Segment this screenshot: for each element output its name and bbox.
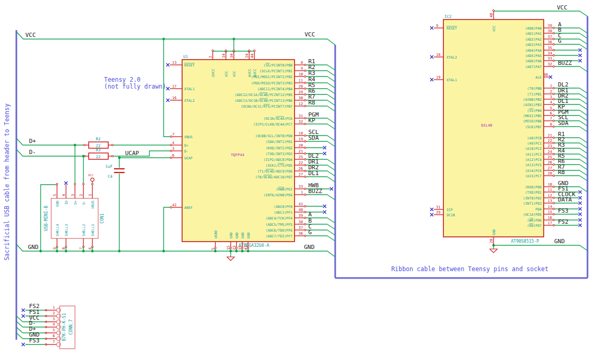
- svg-text:18: 18: [436, 53, 440, 57]
- usb-ref: CON1: [100, 213, 105, 223]
- svg-text:31: 31: [299, 114, 303, 118]
- svg-text:BUZZ: BUZZ: [558, 60, 572, 66]
- svg-text:GND: GND: [55, 200, 60, 207]
- svg-text:34: 34: [230, 54, 234, 58]
- svg-text:5: 5: [53, 194, 57, 196]
- gnd-symbol-u1: [227, 257, 234, 261]
- svg-text:30: 30: [299, 96, 303, 100]
- vcc-label-u1: VCC: [305, 31, 315, 38]
- svg-text:5: 5: [550, 106, 552, 110]
- svg-text:VBUS: VBUS: [184, 135, 193, 139]
- svg-text:21: 21: [299, 149, 303, 154]
- svg-text:(OC3A/OC4A)PC6: (OC3A/OC4A)PC6: [263, 117, 292, 121]
- svg-text:11: 11: [548, 188, 552, 192]
- svg-text:39: 39: [548, 24, 552, 28]
- ic2-ref: IC2: [444, 14, 452, 19]
- svg-text:SHELL3: SHELL3: [64, 224, 69, 236]
- svg-text:(ADC1)PF1: (ADC1)PF1: [274, 210, 292, 215]
- svg-text:33: 33: [299, 185, 303, 189]
- svg-text:(AD4)PA4: (AD4)PA4: [525, 49, 542, 53]
- svg-text:(INT6/AIN0)PE6: (INT6/AIN0)PE6: [263, 193, 292, 197]
- svg-text:(A14)PC6: (A14)PC6: [525, 169, 542, 173]
- svg-text:RESET: RESET: [184, 63, 195, 68]
- svg-text:7: 7: [172, 132, 174, 137]
- usb-top-pins: 5GND4ID3D+2D-1VBUS: [53, 181, 95, 209]
- svg-text:(HWB)PE2: (HWB)PE2: [276, 187, 292, 191]
- svg-text:(RD)PD7: (RD)PD7: [527, 224, 542, 228]
- svg-text:(XCK1/CTS)PD5: (XCK1/CTS)PD5: [266, 164, 292, 168]
- svg-text:33: 33: [548, 56, 552, 61]
- svg-text:8: 8: [550, 122, 552, 127]
- svg-text:7: 7: [53, 340, 55, 344]
- svg-text:7: 7: [550, 117, 552, 121]
- svg-text:AVCC: AVCC: [253, 69, 257, 77]
- svg-text:7: 7: [79, 247, 83, 250]
- svg-text:41: 41: [299, 202, 303, 206]
- svg-text:R8: R8: [558, 169, 565, 176]
- svg-text:SDA: SDA: [308, 135, 319, 141]
- capacitor-c4: 1uF C4: [105, 164, 125, 179]
- svg-text:2: 2: [209, 56, 213, 58]
- svg-text:SHELL1: SHELL1: [91, 224, 95, 236]
- svg-text:KP: KP: [308, 117, 316, 124]
- svg-text:(SS)PB4: (SS)PB4: [527, 109, 542, 113]
- svg-text:G: G: [308, 229, 312, 236]
- svg-text:36: 36: [548, 40, 552, 44]
- svg-text:(MISO)PB6: (MISO)PB6: [523, 119, 542, 123]
- svg-text:(A9)PC1: (A9)PC1: [527, 141, 542, 146]
- svg-text:GND: GND: [492, 229, 496, 235]
- u1-part: ATMEGA32U4-A: [239, 243, 269, 248]
- schematic-canvas: R2 22 R3 22 1uF C4 VCC: [0, 0, 597, 364]
- svg-text:(ADC13/OC1B/OC4B/PCINT13)PB6: (ADC13/OC1B/OC4B/PCINT13)PB6: [234, 99, 292, 103]
- svg-text:5: 5: [211, 248, 215, 250]
- svg-text:(OC0B/SCL/INT0)PD0: (OC0B/SCL/INT0)PD0: [255, 134, 293, 138]
- svg-text:2: 2: [550, 90, 552, 94]
- svg-text:(INT1)PD3: (INT1)PD3: [523, 202, 542, 206]
- svg-text:(TXD/INT3)PD3: (TXD/INT3)PD3: [266, 152, 292, 156]
- svg-text:1: 1: [301, 190, 303, 195]
- svg-text:16: 16: [172, 96, 176, 100]
- svg-text:6: 6: [550, 111, 552, 116]
- svg-text:(T0)PB0: (T0)PB0: [527, 87, 542, 91]
- svg-text:17: 17: [548, 221, 552, 225]
- svg-text:R8: R8: [308, 99, 315, 106]
- svg-text:VCC: VCC: [492, 25, 496, 32]
- svg-text:34: 34: [548, 51, 552, 55]
- svg-text:(ADC12/OC1A/OC4B/PCINT12)PB5: (ADC12/OC1A/OC4B/PCINT12)PB5: [234, 93, 292, 97]
- svg-text:(ADC6/TDO)PF6: (ADC6/TDO)PF6: [266, 228, 292, 233]
- svg-text:18: 18: [299, 131, 303, 136]
- vcc-power-symbol: VCC: [88, 174, 94, 181]
- svg-text:(ADC5/TMS)PF5: (ADC5/TMS)PF5: [266, 223, 292, 227]
- svg-text:3: 3: [71, 194, 75, 196]
- svg-text:4: 4: [62, 194, 66, 196]
- dplus-label: D+: [29, 138, 36, 145]
- svg-text:XTAL2: XTAL2: [447, 55, 457, 60]
- svg-text:SHELL4: SHELL4: [55, 224, 60, 236]
- teensy-note-line1: Teensy 2.0: [104, 76, 140, 83]
- svg-text:12: 12: [548, 194, 552, 198]
- svg-text:ICP: ICP: [447, 208, 453, 212]
- svg-text:1: 1: [550, 84, 552, 88]
- svg-text:PD4: PD4: [535, 207, 542, 212]
- svg-text:3: 3: [550, 95, 552, 99]
- svg-text:(PDO/MISO/PCINT3)PB3: (PDO/MISO/PCINT3)PB3: [251, 81, 292, 85]
- dminus-label: D-: [29, 149, 36, 156]
- svg-text:SDA: SDA: [558, 120, 568, 127]
- svg-text:(INT0)PD2: (INT0)PD2: [523, 196, 542, 200]
- svg-text:32: 32: [548, 62, 552, 66]
- svg-text:25: 25: [548, 155, 552, 159]
- svg-text:10: 10: [299, 72, 303, 76]
- svg-text:(AD2)PA2: (AD2)PA2: [525, 37, 542, 42]
- svg-text:VCC: VCC: [224, 71, 229, 77]
- svg-text:(A12)PC4: (A12)PC4: [525, 158, 542, 162]
- gnd-label-ic2: GND: [554, 238, 565, 245]
- svg-text:29: 29: [299, 90, 303, 94]
- svg-text:UVCC: UVCC: [211, 69, 215, 77]
- svg-text:D+: D+: [73, 200, 78, 205]
- svg-text:(TXD)PD1: (TXD)PD1: [525, 190, 542, 195]
- svg-text:D+: D+: [184, 143, 188, 148]
- svg-text:42: 42: [172, 203, 176, 207]
- svg-text:13: 13: [548, 199, 552, 203]
- svg-text:3: 3: [172, 147, 174, 151]
- svg-text:UCAP: UCAP: [184, 156, 193, 160]
